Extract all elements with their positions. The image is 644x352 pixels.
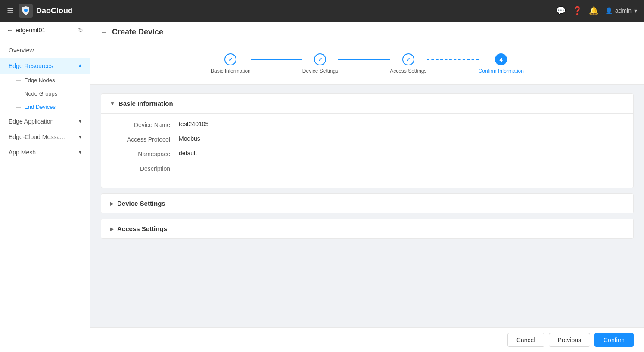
namespace-value: default [179, 150, 197, 157]
user-chevron-icon: ▾ [634, 7, 637, 14]
namespace-label: Namespace [110, 150, 179, 157]
sidebar: ← edgeunit01 ↻ Overview Edge Resources ▾… [0, 22, 90, 352]
step1-circle [224, 53, 236, 65]
step3-circle [402, 53, 414, 65]
step2-circle [314, 53, 326, 65]
section-access-settings: ▶ Access Settings [101, 219, 634, 239]
page-header: ← Create Device [90, 22, 644, 43]
bell-icon[interactable]: 🔔 [589, 6, 598, 15]
step1-label: Basic Information [211, 68, 251, 74]
confirm-button[interactable]: Confirm [594, 333, 634, 347]
edge-resources-chevron: ▾ [79, 63, 81, 69]
access-protocol-label: Access Protocol [110, 135, 179, 143]
chat-icon[interactable]: 💬 [556, 6, 566, 15]
section-basic-info-title: Basic Information [118, 100, 173, 107]
section-access-settings-title: Access Settings [117, 225, 167, 232]
section-device-settings-title: Device Settings [117, 200, 165, 207]
step-confirm-info: 4 Confirm Information [479, 53, 524, 74]
sidebar-item-app-mesh[interactable]: App Mesh ▾ [0, 145, 90, 160]
sidebar-item-edge-cloud-messaging[interactable]: Edge-Cloud Messa... ▾ [0, 129, 90, 145]
section-basic-info-toggle: ▼ [110, 101, 115, 107]
step4-label: Confirm Information [479, 68, 524, 74]
refresh-icon[interactable]: ↻ [78, 27, 83, 34]
section-basic-info-body: Device Name test240105 Access Protocol M… [101, 114, 633, 188]
edge-application-chevron: ▾ [79, 118, 81, 124]
sidebar-item-end-devices[interactable]: End Devices [0, 100, 90, 114]
sidebar-item-node-groups[interactable]: Node Groups [0, 87, 90, 100]
edge-cloud-messaging-label: Edge-Cloud Messa... [9, 133, 65, 140]
navbar-right: 💬 ❓ 🔔 👤 admin ▾ [556, 6, 637, 15]
app-mesh-label: App Mesh [9, 149, 36, 156]
connector-2-3 [338, 59, 390, 60]
step4-circle: 4 [495, 53, 507, 65]
cancel-button[interactable]: Cancel [507, 333, 544, 347]
user-menu[interactable]: 👤 admin ▾ [605, 7, 637, 14]
field-description: Description [110, 164, 625, 172]
step4-number: 4 [500, 56, 503, 63]
user-avatar-icon: 👤 [605, 7, 613, 14]
steps: Basic Information Device Settings [211, 53, 524, 74]
sidebar-item-edge-resources[interactable]: Edge Resources ▾ [0, 58, 90, 74]
section-access-settings-toggle: ▶ [110, 226, 114, 232]
sidebar-nav: Overview Edge Resources ▾ Edge Nodes Nod… [0, 39, 90, 164]
sidebar-item-edge-nodes[interactable]: Edge Nodes [0, 74, 90, 87]
sidebar-item-edge-application[interactable]: Edge Application ▾ [0, 114, 90, 129]
app-mesh-chevron: ▾ [79, 149, 81, 155]
navbar: ☰ DaoCloud 💬 ❓ 🔔 👤 admin ▾ [0, 0, 644, 22]
field-device-name: Device Name test240105 [110, 120, 625, 128]
description-label: Description [110, 164, 179, 172]
device-name-label: Device Name [110, 120, 179, 128]
section-basic-info: ▼ Basic Information Device Name test2401… [101, 93, 634, 188]
back-button[interactable]: ← [101, 28, 108, 36]
sidebar-item-overview[interactable]: Overview [0, 43, 90, 58]
bottom-bar: Cancel Previous Confirm [90, 327, 644, 352]
step3-check-icon [406, 56, 411, 63]
step-access-settings: Access Settings [390, 53, 426, 74]
section-basic-info-header[interactable]: ▼ Basic Information [101, 94, 633, 114]
edge-cloud-messaging-chevron: ▾ [79, 134, 81, 140]
page-title: Create Device [112, 28, 163, 37]
connector-3-4 [427, 59, 479, 60]
step-basic-info: Basic Information [211, 53, 251, 74]
field-namespace: Namespace default [110, 150, 625, 157]
section-device-settings-header[interactable]: ▶ Device Settings [101, 194, 633, 213]
app-logo: DaoCloud [19, 4, 73, 18]
access-protocol-value: Modbus [179, 135, 200, 142]
overview-label: Overview [9, 47, 34, 54]
field-access-protocol: Access Protocol Modbus [110, 135, 625, 143]
step3-label: Access Settings [390, 68, 426, 74]
app-body: ← edgeunit01 ↻ Overview Edge Resources ▾… [0, 22, 644, 352]
svg-point-1 [24, 9, 28, 12]
workspace-name: edgeunit01 [16, 27, 45, 34]
edge-resources-label: Edge Resources [9, 62, 53, 69]
step2-check-icon [318, 56, 323, 63]
previous-button[interactable]: Previous [549, 333, 590, 347]
device-name-value: test240105 [179, 120, 208, 127]
connector-1-2 [251, 59, 302, 60]
section-access-settings-header[interactable]: ▶ Access Settings [101, 219, 633, 238]
sidebar-workspace-header[interactable]: ← edgeunit01 ↻ [0, 22, 90, 39]
hamburger-icon[interactable]: ☰ [7, 6, 14, 15]
step-device-settings: Device Settings [302, 53, 338, 74]
user-name: admin [615, 7, 632, 14]
main-content: ← Create Device Basic Information [90, 22, 644, 352]
app-name: DaoCloud [36, 6, 73, 15]
steps-container: Basic Information Device Settings [90, 43, 644, 85]
help-icon[interactable]: ❓ [572, 6, 582, 15]
step1-check-icon [228, 56, 233, 63]
section-device-settings-toggle: ▶ [110, 201, 114, 207]
back-workspace-icon: ← [7, 27, 13, 34]
edge-application-label: Edge Application [9, 118, 53, 125]
step2-label: Device Settings [302, 68, 338, 74]
section-device-settings: ▶ Device Settings [101, 193, 634, 213]
content-area: ▼ Basic Information Device Name test2401… [90, 85, 644, 327]
